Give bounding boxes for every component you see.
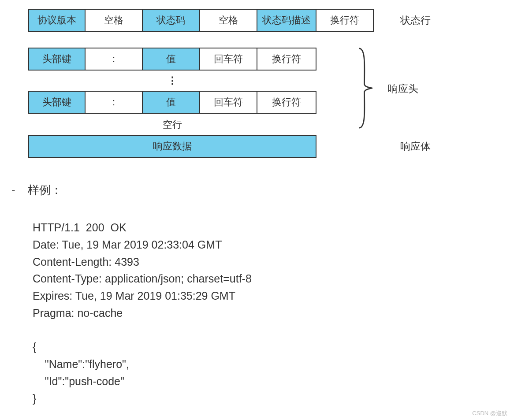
cell-header-key-2: 头部键 [28,91,86,114]
brace-icon [357,48,373,129]
example-title-text: 样例： [28,183,62,197]
cell-space-2: 空格 [200,9,257,32]
http-response-structure-diagram: 协议版本 空格 状态码 空格 状态码描述 换行符 状态行 头部键 : 值 回车符… [9,9,501,158]
status-line-cells: 协议版本 空格 状态码 空格 状态码描述 换行符 [28,9,374,32]
header-row-2-cells: 头部键 : 值 回车符 换行符 [28,91,316,114]
cell-lf: 换行符 [257,48,316,71]
body-row: 响应数据 响应体 [28,135,501,158]
cell-colon-2: : [86,91,143,114]
cell-lf-2: 换行符 [257,91,316,114]
cell-header-key: 头部键 [28,48,86,71]
cell-colon: : [86,48,143,71]
status-line-label: 状态行 [400,14,431,27]
cell-cr-2: 回车符 [200,91,257,114]
bullet-dash-icon: - [11,183,25,197]
cell-header-value-2: 值 [143,91,200,114]
header-row-1: 头部键 : 值 回车符 换行符 [28,48,501,71]
cell-status-text: 状态码描述 [257,9,316,32]
example-section: - 样例： HTTP/1.1 200 OK Date: Tue, 19 Mar … [9,182,501,407]
example-title: - 样例： [11,182,501,198]
blank-line-label: 空行 [28,114,316,135]
response-data-bar: 响应数据 [28,135,316,158]
cell-lf-1: 换行符 [316,9,374,32]
cell-protocol-version: 协议版本 [28,9,86,32]
headers-label: 响应头 [388,82,418,96]
brace-headers [357,48,383,129]
cell-status-code: 状态码 [143,9,200,32]
header-row-2: 头部键 : 值 回车符 换行符 [28,91,501,114]
cell-space-1: 空格 [86,9,143,32]
header-row-1-cells: 头部键 : 值 回车符 换行符 [28,48,316,71]
watermark: CSDN @巡默 [472,409,507,416]
vertical-ellipsis-icon: ⋮ [28,71,316,91]
status-line-row: 协议版本 空格 状态码 空格 状态码描述 换行符 状态行 [28,9,501,32]
body-label: 响应体 [400,140,431,153]
example-body: HTTP/1.1 200 OK Date: Tue, 19 Mar 2019 0… [11,219,501,407]
cell-cr: 回车符 [200,48,257,71]
cell-header-value: 值 [143,48,200,71]
